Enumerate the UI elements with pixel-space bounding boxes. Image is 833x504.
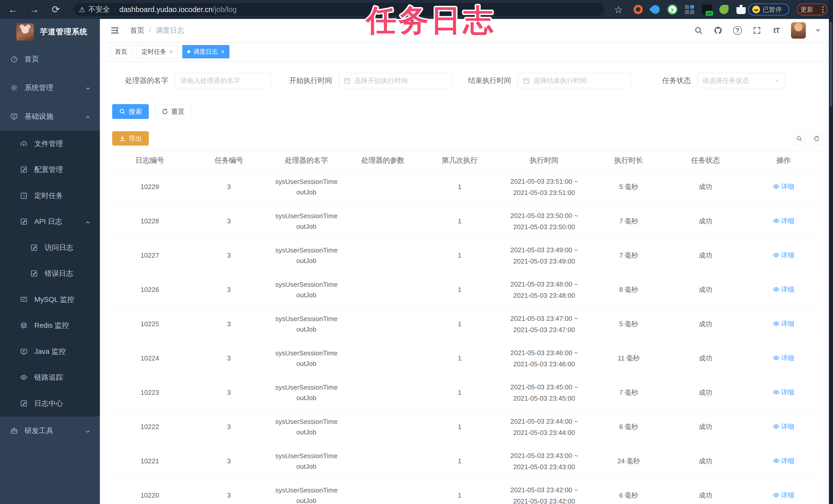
- table-row: 10224 3 sysUserSessionTimeoutJob 1 2021-…: [110, 341, 823, 376]
- reset-button[interactable]: 重置: [155, 104, 191, 119]
- end-time-input[interactable]: 选择结束执行时间: [518, 73, 631, 88]
- sidebar-item-error-log[interactable]: 错误日志: [0, 261, 100, 287]
- cell-execute-index: 1: [421, 183, 498, 191]
- browser-menu-icon[interactable]: [822, 6, 824, 13]
- cell-execute-index: 1: [421, 423, 498, 431]
- scrollbar-thumb[interactable]: [830, 22, 832, 106]
- breadcrumb-separator: /: [149, 26, 151, 34]
- sidebar-toggle-icon[interactable]: [110, 26, 120, 35]
- sidebar-item-log-center[interactable]: 日志中心: [0, 390, 100, 417]
- cell-actions: 详细: [744, 319, 823, 329]
- browser-nav: ← → ⟳ ⌂: [0, 4, 83, 15]
- start-time-input[interactable]: 选择开始执行时间: [339, 73, 452, 88]
- sidebar-item-access-log[interactable]: 访问日志: [0, 234, 100, 261]
- detail-link[interactable]: 详细: [773, 388, 794, 397]
- tab-scheduled-tasks[interactable]: 定时任务 ×: [137, 45, 178, 58]
- search-button[interactable]: 搜索: [112, 104, 149, 119]
- extension-icon-leaf[interactable]: [718, 4, 730, 15]
- sidebar-item-tracing[interactable]: 链路追踪: [0, 364, 100, 390]
- close-icon[interactable]: ×: [169, 49, 173, 55]
- cell-job-id: 3: [190, 354, 268, 362]
- cell-job-id: 3: [190, 492, 268, 499]
- extension-icon-puzzle[interactable]: [735, 4, 747, 15]
- font-size-icon[interactable]: tT: [771, 26, 781, 35]
- sidebar-logo-row[interactable]: 芋道管理系统: [0, 19, 100, 45]
- breadcrumb-home[interactable]: 首页: [130, 26, 144, 35]
- sidebar-item-redis-monitor[interactable]: Redis 监控: [0, 312, 100, 339]
- dashboard-icon: [10, 55, 18, 63]
- cell-handler-name: sysUserSessionTimeoutJob: [268, 382, 344, 403]
- extension-icon-green-y[interactable]: y: [667, 4, 678, 15]
- table-row: 10220 3 sysUserSessionTimeoutJob 1 2021-…: [110, 478, 823, 504]
- handler-input[interactable]: 请输入处理器的名字: [175, 73, 271, 88]
- detail-link[interactable]: 详细: [773, 491, 794, 500]
- browser-update-button[interactable]: 更新: [797, 4, 827, 15]
- help-icon[interactable]: ?: [733, 26, 742, 35]
- chevron-down-icon: [85, 85, 91, 91]
- refresh-table-button[interactable]: [811, 133, 823, 145]
- toggle-search-button[interactable]: [793, 133, 805, 145]
- sidebar-item-home[interactable]: 首页: [0, 45, 100, 73]
- close-icon[interactable]: ×: [221, 49, 224, 55]
- col-log-id: 日志编号: [110, 155, 190, 165]
- search-icon: [796, 135, 802, 142]
- tab-home[interactable]: 首页: [110, 45, 132, 58]
- extension-icon-grid[interactable]: [684, 4, 695, 15]
- sidebar-item-api-log[interactable]: API 日志: [0, 209, 100, 235]
- export-button[interactable]: 导出: [112, 131, 149, 146]
- cell-duration: 6 毫秒: [590, 491, 667, 500]
- sidebar-item-dev-tools[interactable]: 研发工具: [0, 417, 100, 445]
- avatar-caret-icon[interactable]: [815, 29, 820, 32]
- github-icon[interactable]: [713, 26, 723, 35]
- reload-icon[interactable]: ⟳: [50, 4, 62, 15]
- forward-icon[interactable]: →: [29, 4, 40, 15]
- cell-execute-index: 1: [421, 354, 498, 362]
- search-icon[interactable]: [694, 26, 704, 35]
- bookmark-star-icon[interactable]: ☆: [614, 4, 623, 15]
- detail-link[interactable]: 详细: [773, 182, 794, 191]
- cell-handler-name: sysUserSessionTimeoutJob: [268, 348, 344, 369]
- sidebar-item-scheduled-tasks[interactable]: 定时任务: [0, 183, 100, 209]
- status-label: 任务状态: [662, 76, 691, 85]
- eye-icon: [773, 423, 780, 430]
- detail-link[interactable]: 详细: [773, 285, 794, 294]
- infrastructure-submenu: 文件管理 配置管理 定时任务 API 日志 访问日志 错误日志: [0, 131, 100, 417]
- extension-icon-on-badge[interactable]: on: [701, 4, 712, 15]
- sidebar-menu: 首页 系统管理 基础设施 文件管理 配置管理 定时任务: [0, 45, 100, 445]
- sidebar-item-file-management[interactable]: 文件管理: [0, 131, 100, 157]
- detail-link[interactable]: 详细: [773, 319, 794, 328]
- table-row: 10226 3 sysUserSessionTimeoutJob 1 2021-…: [110, 273, 823, 307]
- detail-link[interactable]: 详细: [773, 251, 794, 260]
- window-scrollbar[interactable]: [829, 0, 833, 504]
- back-icon[interactable]: ←: [7, 4, 19, 15]
- cell-actions: 详细: [744, 217, 823, 226]
- chevron-down-icon: [85, 428, 91, 434]
- tab-job-log[interactable]: 调度日志 ×: [182, 45, 230, 58]
- detail-link[interactable]: 详细: [773, 422, 794, 431]
- extension-icon-orange[interactable]: [633, 4, 644, 15]
- fullscreen-icon[interactable]: [752, 26, 762, 35]
- status-select[interactable]: 请选择任务状态: [697, 73, 785, 88]
- cell-duration: 5 毫秒: [590, 320, 667, 328]
- detail-link[interactable]: 详细: [773, 456, 794, 465]
- cell-status: 成功: [667, 388, 744, 397]
- table-body: 10229 3 sysUserSessionTimeoutJob 1 2021-…: [110, 170, 823, 504]
- sidebar-item-java-monitor[interactable]: Java 监控: [0, 338, 100, 364]
- sidebar-item-mysql-monitor[interactable]: MySQL 监控: [0, 286, 100, 312]
- detail-link[interactable]: 详细: [773, 217, 794, 225]
- on-badge: on: [706, 11, 713, 16]
- sidebar-item-config-management[interactable]: 配置管理: [0, 157, 100, 183]
- end-time-placeholder: 选择结束执行时间: [533, 76, 587, 85]
- sidebar-item-infrastructure[interactable]: 基础设施: [0, 102, 100, 131]
- cell-execute-time: 2021-05-03 23:45:00 ~ 2021-05-03 23:45:0…: [498, 381, 590, 404]
- edit-square-icon: [20, 218, 28, 225]
- url-bar[interactable]: ⚠ 不安全 dashboard.yudao.iocoder.cn /job/lo…: [74, 3, 604, 16]
- paused-badge[interactable]: 已暂停: [748, 4, 789, 15]
- detail-link[interactable]: 详细: [773, 354, 794, 362]
- sidebar-item-system[interactable]: 系统管理: [0, 73, 100, 102]
- cell-duration: 8 毫秒: [590, 285, 667, 294]
- user-avatar[interactable]: [791, 22, 806, 39]
- cell-duration: 6 毫秒: [590, 422, 667, 431]
- cell-job-id: 3: [190, 217, 268, 225]
- extension-icon-blue-drop[interactable]: [650, 4, 661, 15]
